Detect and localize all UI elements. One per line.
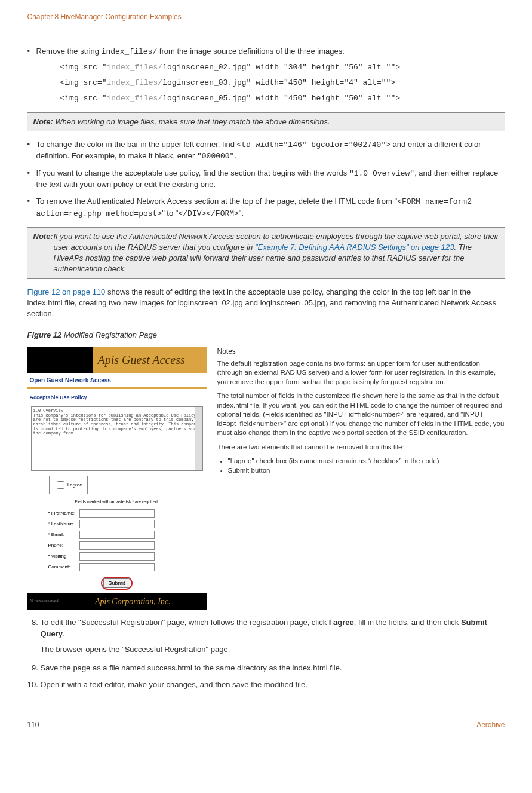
black-corner (27, 347, 93, 373)
figure-intro-paragraph: Figure 12 on page 110 shows the result o… (27, 287, 505, 320)
code-removed: index_files/ (107, 63, 163, 72)
policy-heading: Acceptable Use Policy (27, 393, 207, 405)
notes-para: The total number of fields in the custom… (217, 391, 505, 438)
table-row: * Visiting: (47, 552, 156, 561)
code-removed: index_files/ (107, 78, 163, 87)
policy-textarea[interactable]: 1.0 Overview This company's intentions f… (31, 406, 203, 471)
inline-code: "000000" (197, 152, 234, 161)
inline-code: "1.0 Overview" (349, 169, 414, 178)
page-number: 110 (27, 720, 39, 730)
step-8: To edit the "Successful Registration" pa… (41, 617, 505, 655)
text: from the image source definitions of the… (157, 47, 345, 56)
notes-para: There are two elements that cannot be re… (217, 443, 505, 452)
code: loginscreen_05.jpg" width="450" height="… (162, 94, 400, 103)
code: <img src=" (60, 63, 107, 72)
agree-container: I agree (49, 476, 88, 494)
step-result: The browser opens the "Successful Regist… (41, 644, 505, 655)
field-label: * FirstName: (47, 509, 76, 518)
email-input[interactable] (79, 531, 155, 539)
footer-brand: Apis Corporation, Inc. (95, 597, 171, 606)
bullet-list-1: Remove the string index_files/ from the … (27, 46, 505, 105)
inline-code: <td width="146" bgcolor="002740"> (237, 140, 390, 149)
table-row: * Email: (47, 530, 156, 540)
firstname-input[interactable] (79, 509, 155, 518)
text: Remove the string (36, 47, 102, 56)
banner-title: Apis Guest Access (93, 347, 207, 373)
text: ". (239, 209, 244, 218)
cross-ref-link[interactable]: "Example 7: Defining AAA RADIUS Settings… (255, 243, 454, 252)
banner-row: Apis Guest Access (27, 347, 207, 373)
registration-fields: * FirstName: * LastName: * Email: Phone:… (45, 507, 158, 573)
code: <img src=" (60, 78, 107, 87)
text: . (234, 151, 236, 160)
table-row: * LastName: (47, 519, 156, 529)
figure-12-content: Apis Guest Access Open Guest Network Acc… (27, 347, 505, 610)
submit-button[interactable]: Submit (103, 578, 130, 588)
inline-code: index_files/ (102, 47, 158, 56)
text: , fill in the fields, and then click (354, 618, 461, 627)
field-label: * Visiting: (47, 552, 76, 561)
figure-caption: Modified Registration Page (61, 330, 157, 339)
agree-row: I agree (27, 472, 207, 498)
step-9: Save the page as a file named success.ht… (41, 663, 505, 673)
code-line-2: <img src="index_files/loginscreen_03.jpg… (60, 78, 505, 88)
code: loginscreen_02.jpg" width="304" height="… (162, 63, 400, 72)
brand-name: Aerohive (476, 720, 505, 730)
list-item: Submit button (228, 466, 505, 476)
text: To edit the "Successful Registration" pa… (41, 618, 329, 627)
submit-row: Submit (27, 577, 207, 590)
field-label: Comment: (47, 562, 76, 572)
scrollbar[interactable] (195, 407, 202, 470)
table-row: Phone: (47, 541, 156, 550)
gold-separator (27, 387, 207, 389)
chapter-header: Chapter 8 HiveManager Configuration Exam… (27, 12, 505, 22)
table-row: * FirstName: (47, 509, 156, 518)
note-label: Note: (33, 231, 53, 242)
notes-para: The default registration page contains t… (217, 359, 505, 387)
footer-bar: All rights reserved. Apis Corporation, I… (27, 593, 207, 610)
figure-12-title: Figure 12 Modified Registration Page (27, 330, 505, 341)
numbered-steps: To edit the "Successful Registration" pa… (27, 617, 505, 690)
lastname-input[interactable] (79, 520, 155, 528)
visiting-input[interactable] (79, 552, 155, 561)
figure-notes: Notes The default registration page cont… (217, 347, 505, 475)
page-footer: 110 Aerohive (27, 720, 505, 730)
policy-text: 1.0 Overview This company's intentions f… (33, 408, 201, 436)
registration-page-mockup: Apis Guest Access Open Guest Network Acc… (27, 347, 207, 610)
comment-input[interactable] (79, 563, 155, 571)
notes-heading: Notes (217, 347, 505, 356)
text: . (63, 629, 65, 638)
agree-checkbox[interactable] (57, 481, 64, 489)
text: " to " (162, 209, 178, 218)
required-note: Fields marked with an asterisk * are req… (27, 499, 207, 505)
figure-number: Figure 12 (27, 330, 62, 339)
rights-text: All rights reserved. (27, 596, 60, 603)
field-label: * Email: (47, 530, 76, 540)
code-line-3: <img src="index_files/loginscreen_05.jpg… (60, 93, 505, 104)
phone-input[interactable] (79, 541, 155, 550)
ui-action: I agree (329, 618, 354, 627)
note-label: Note: (33, 117, 53, 126)
open-access-heading: Open Guest Network Access (27, 373, 207, 386)
code-line-1: <img src="index_files/loginscreen_02.jpg… (60, 62, 505, 73)
bullet-list-2: To change the color in the bar in the up… (27, 139, 505, 219)
step-10: Open it with a text editor, make your ch… (41, 679, 505, 690)
agree-label: I agree (67, 482, 82, 488)
bullet-remove-string: Remove the string index_files/ from the … (36, 46, 505, 105)
list-item: "I agree" check box (its name must remai… (228, 457, 505, 466)
text: To change the color in the bar in the up… (36, 140, 237, 149)
code: loginscreen_03.jpg" width="450" height="… (162, 78, 395, 87)
note-dimensions: Note: When working on image files, make … (27, 112, 505, 131)
notes-list: "I agree" check box (its name must remai… (217, 457, 505, 475)
submit-highlight: Submit (101, 577, 132, 590)
bullet-remove-auth: To remove the Authenticated Network Acce… (36, 196, 505, 219)
text: To remove the Authenticated Network Acce… (36, 197, 398, 206)
code-removed: index_files/ (107, 94, 163, 103)
text: If you want to change the acceptable use… (36, 169, 349, 177)
figure-ref-link[interactable]: Figure 12 on page 110 (27, 287, 106, 296)
field-label: * LastName: (47, 519, 76, 529)
bullet-change-color: To change the color in the bar in the up… (36, 139, 505, 162)
note-auth-section: Note: If you want to use the Authenticat… (27, 227, 505, 279)
inline-code: </DIV></FORM> (178, 209, 238, 218)
code: <img src=" (60, 94, 107, 103)
